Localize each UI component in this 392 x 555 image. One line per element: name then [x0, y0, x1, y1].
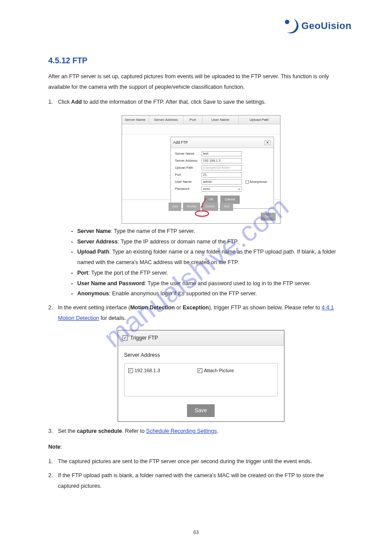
col-upload-path: Upload Path: [239, 116, 280, 124]
input-password[interactable]: •••••• ▾: [201, 186, 242, 192]
step-3: Set the capture schedule. Refer to Sched…: [48, 426, 344, 437]
trigger-ftp-screenshot: ✓ Trigger FTP Server Address ✓ 192.168.1…: [118, 330, 284, 422]
logo-text: GeoUision: [301, 20, 352, 32]
save-button[interactable]: Save: [261, 213, 275, 221]
s2c: Motion Detection: [130, 305, 175, 311]
s2b2: or: [175, 305, 183, 311]
label-port: Port: [175, 172, 201, 178]
b6a: Anonymous: [77, 290, 109, 297]
s3b: capture schedule: [77, 428, 122, 434]
schedule-recording-link[interactable]: Schedule Recording Settings: [146, 428, 217, 434]
col-user-name: User Name: [203, 116, 239, 124]
step1-suffix: to add the information of the FTP. After…: [83, 99, 266, 105]
b2a: Server Address: [77, 239, 118, 245]
s2a: In the event setting interface (: [58, 305, 130, 311]
bullet-user-pass: User Name and Password: Type the user na…: [71, 279, 344, 289]
ftp-config-screenshot: Server Name Server Address Port User Nam…: [122, 115, 281, 224]
s3c: . Refer to: [122, 428, 146, 434]
test-button[interactable]: Test: [220, 203, 233, 210]
bullet-port: Port: Type the port of the FTP server.: [71, 268, 344, 279]
add-button[interactable]: Add: [169, 203, 181, 210]
col-port: Port: [183, 116, 203, 124]
b4b: : Type the port of the FTP server.: [88, 270, 168, 276]
dialog-title: Add FTP: [173, 139, 188, 146]
step-1: Click Add to add the information of the …: [48, 97, 344, 300]
b3a: Upload Path: [77, 249, 109, 255]
bullet-server-address: Server Address: Type the IP address or d…: [71, 237, 344, 247]
b2b: : Type the IP address or domain name of …: [118, 239, 238, 245]
input-server-address[interactable]: 192.168.1.3: [201, 158, 242, 163]
b5b: : Type the user name and password used t…: [145, 280, 311, 287]
anonymous-label: Anonymous: [250, 179, 267, 185]
delete-button[interactable]: Delete: [202, 203, 219, 210]
step1-bold: Add: [70, 99, 83, 105]
s3d: .: [217, 428, 218, 434]
anonymous-checkbox[interactable]: Anonymous: [245, 179, 267, 185]
s2c2: Exception: [183, 305, 209, 311]
list-item: ✓ 192.168.1.3 ✓ Attach Picture: [128, 366, 274, 375]
label-user-name: User Name: [175, 179, 201, 185]
bullet-anonymous: Anonymous: Enable anonymous login if it'…: [71, 289, 344, 299]
col-server-address: Server Address: [149, 116, 183, 124]
s2b: ),: [209, 305, 212, 311]
s2e: for details.: [101, 315, 126, 321]
b3b: : Type an existing folder name or a new …: [77, 249, 336, 265]
b4a: Port: [77, 270, 88, 276]
label-password: Password: [175, 186, 201, 192]
step-2: In the event setting interface (Motion D…: [48, 303, 344, 422]
server-address-heading: Server Address: [124, 350, 278, 360]
modify-button[interactable]: Modify: [183, 203, 200, 210]
ip-value: 192.168.1.3: [135, 366, 160, 375]
password-value: ••••••: [203, 186, 210, 192]
intro-paragraph: After an FTP server is set up, captured …: [48, 72, 344, 93]
chevron-down-icon[interactable]: ▾: [238, 186, 240, 192]
section-heading: 4.5.12 FTP: [48, 56, 344, 65]
ip-checkbox[interactable]: ✓: [128, 368, 133, 373]
attach-picture-checkbox[interactable]: ✓: [198, 368, 202, 373]
note-1: The captured pictures are sent to the FT…: [48, 457, 344, 467]
col-server-name: Server Name: [122, 116, 149, 124]
ftp-table-header: Server Name Server Address Port User Nam…: [122, 116, 280, 124]
attach-picture-label: Attach Picture: [204, 366, 234, 375]
label-upload-path: Upload Path: [175, 165, 201, 171]
s3a: Set the: [58, 428, 77, 434]
label-server-address: Server Address: [175, 158, 201, 164]
bullet-server-name: Server Name: Type the name of the FTP se…: [71, 226, 344, 237]
b6b: : Enable anonymous login if it's support…: [109, 290, 257, 297]
close-icon[interactable]: ✕: [264, 140, 271, 145]
trigger-ftp-label: Trigger FTP: [130, 333, 158, 343]
bullet-upload-path: Upload Path: Type an existing folder nam…: [71, 247, 344, 268]
brand-logo: GeoUision: [284, 18, 352, 33]
note-label: Note: [48, 444, 61, 450]
trigger-ftp-checkbox[interactable]: ✓: [122, 335, 128, 341]
b1a: Server Name: [77, 228, 111, 234]
page-number: 63: [0, 530, 392, 535]
note-2: If the FTP upload path is blank, a folde…: [48, 471, 344, 492]
add-ftp-dialog: Add FTP ✕ Server Name test Server Addres…: [170, 137, 274, 208]
s2d: trigger FTP as shown below. Please refer…: [214, 305, 322, 311]
input-server-name[interactable]: test: [201, 151, 242, 156]
step1-prefix: Click: [58, 99, 70, 105]
input-user-name[interactable]: admin: [201, 179, 242, 185]
server-address-listbox: ✓ 192.168.1.3 ✓ Attach Picture: [124, 363, 278, 396]
input-upload-path[interactable]: Example/Dir/folder: [201, 165, 242, 170]
b1b: : Type the name of the FTP server.: [111, 228, 195, 234]
save-button-2[interactable]: Save: [187, 404, 215, 417]
b5a: User Name and Password: [77, 280, 145, 287]
label-server-name: Server Name: [175, 151, 201, 157]
input-port[interactable]: 21: [201, 172, 242, 178]
logo-mark: [284, 18, 298, 33]
